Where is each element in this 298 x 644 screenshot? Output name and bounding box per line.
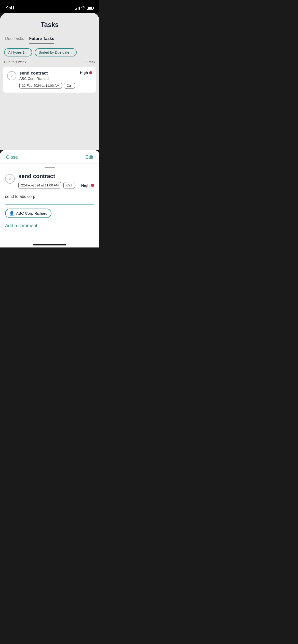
close-button[interactable]: Close [6,155,18,160]
sheet-date-badge: 22-Feb-2024 at 11:00 AM [18,182,61,188]
filters-row: All types 1 ⌄ Sorted by Due date ⌄ [0,44,99,60]
status-time: 9:41 [6,6,15,11]
sheet-task-checkbox[interactable]: ✓ [5,174,15,184]
contact-pill[interactable]: 👤 ABC Corp Richard [5,209,51,218]
home-indicator [0,242,99,247]
chevron-down-icon: ⌄ [26,51,28,54]
section-label: Due this week [4,60,26,64]
add-comment-section: Add a comment [0,222,99,232]
task-content: send contract High ABC Corp Richard 22-F… [19,71,92,89]
sort-filter[interactable]: Sorted by Due date ⌄ [35,48,77,56]
checkmark-icon: ✓ [10,74,13,78]
task-contact: ABC Corp Richard [19,77,92,81]
sheet-description: send to abc corp [0,191,99,204]
signal-icon [75,7,80,10]
wifi-icon [81,6,85,10]
sheet-priority-dot [91,184,94,187]
sheet-actions: Close Edit [0,150,99,164]
svg-point-0 [83,9,84,9]
tab-future-tasks[interactable]: Future Tasks [29,36,54,44]
status-bar: 9:41 [0,0,99,13]
all-types-filter[interactable]: All types 1 ⌄ [4,48,32,56]
bottom-sheet: Close Edit ✓ send contract 22-Feb-2024 a… [0,150,99,242]
priority-dot [89,71,92,74]
task-priority: High [80,71,92,75]
edit-button[interactable]: Edit [85,155,93,160]
tab-due-tasks[interactable]: Due Tasks [5,36,24,44]
battery-icon [87,7,93,10]
task-name: send contract [19,71,48,76]
checkmark-icon: ✓ [8,177,12,181]
sheet-type-badge: Call [63,182,75,188]
sheet-badges: 22-Feb-2024 at 11:00 AM Call [18,182,75,188]
contact-name: ABC Corp Richard [16,211,47,215]
sheet-task-info: send contract 22-Feb-2024 at 11:00 AM Ca… [18,173,94,188]
add-comment-button[interactable]: Add a comment [5,223,37,228]
task-meta: 22-Feb-2024 at 11:00 AM Call [19,83,92,89]
tabs-container: Due Tasks Future Tasks [0,31,99,44]
app-container: Tasks Due Tasks Future Tasks All types 1… [0,13,99,150]
person-icon: 👤 [9,211,14,216]
sheet-contact: 👤 ABC Corp Richard [0,204,99,222]
page-title: Tasks [5,21,94,29]
task-date-badge: 22-Feb-2024 at 11:00 AM [19,83,62,89]
task-card[interactable]: ✓ send contract High ABC Corp Richard 22… [3,67,96,93]
section-header: Due this week 1 task [0,60,99,67]
section-count: 1 task [86,60,95,64]
home-bar [33,244,66,245]
chevron-down-icon: ⌄ [70,51,73,54]
tasks-header: Tasks [0,13,99,29]
sheet-task-title: send contract [18,173,94,180]
task-type-badge: Call [64,83,75,89]
sheet-task-header: ✓ send contract 22-Feb-2024 at 11:00 AM … [0,168,99,191]
sheet-priority: High [81,183,94,187]
sheet-meta-row: 22-Feb-2024 at 11:00 AM Call High [18,182,94,188]
status-icons [75,6,93,10]
task-checkbox[interactable]: ✓ [7,71,16,80]
